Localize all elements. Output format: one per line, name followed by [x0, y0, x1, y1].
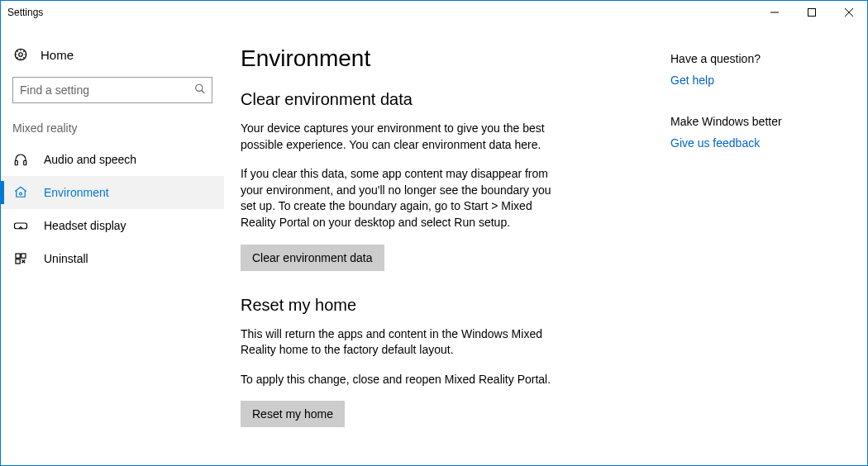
- svg-point-2: [19, 53, 23, 57]
- maximize-icon: [808, 8, 816, 17]
- environment-icon: [12, 185, 29, 200]
- svg-rect-0: [808, 9, 815, 17]
- close-button[interactable]: [830, 1, 867, 24]
- headset-icon: [12, 152, 29, 167]
- close-icon: [845, 8, 853, 17]
- search-input[interactable]: [12, 77, 212, 103]
- svg-rect-7: [15, 223, 27, 229]
- sidebar-item-label: Headset display: [44, 219, 126, 232]
- sidebar: Home Mixed reality Audio and speech Envi…: [1, 24, 224, 465]
- section-clear-environment: Clear environment data Your device captu…: [241, 90, 637, 296]
- vr-headset-icon: [12, 218, 29, 233]
- title-bar: Settings: [1, 1, 867, 24]
- home-nav[interactable]: Home: [1, 40, 224, 69]
- aside-feedback: Make Windows better Give us feedback: [670, 115, 851, 150]
- svg-rect-5: [24, 161, 26, 165]
- section-paragraph: Your device captures your environment to…: [241, 121, 555, 153]
- get-help-link[interactable]: Get help: [670, 74, 851, 87]
- minimize-icon: [770, 8, 779, 17]
- minimize-button[interactable]: [756, 1, 793, 24]
- section-paragraph: If you clear this data, some app content…: [241, 166, 555, 231]
- reset-home-button[interactable]: Reset my home: [241, 401, 345, 427]
- sidebar-item-uninstall[interactable]: Uninstall: [1, 242, 224, 275]
- sidebar-item-audio-speech[interactable]: Audio and speech: [1, 143, 224, 176]
- svg-rect-8: [16, 254, 20, 258]
- nav-list: Audio and speech Environment Headset dis…: [1, 143, 224, 275]
- section-paragraph: This will return the apps and content in…: [241, 326, 555, 359]
- section-reset-home: Reset my home This will return the apps …: [241, 296, 637, 453]
- section-paragraph: To apply this change, close and reopen M…: [241, 372, 555, 388]
- category-header: Mixed reality: [1, 118, 224, 143]
- svg-rect-10: [16, 259, 20, 264]
- svg-rect-4: [15, 161, 17, 165]
- home-label: Home: [41, 48, 74, 62]
- section-heading: Clear environment data: [241, 90, 637, 109]
- home-icon: [12, 47, 29, 62]
- content-column: Environment Clear environment data Your …: [241, 45, 637, 449]
- sidebar-item-environment[interactable]: Environment: [1, 176, 224, 209]
- search-container: [12, 77, 212, 103]
- sidebar-item-headset-display[interactable]: Headset display: [1, 209, 224, 242]
- main-content: Environment Clear environment data Your …: [224, 24, 867, 465]
- aside-heading: Make Windows better: [670, 115, 851, 128]
- svg-point-6: [20, 193, 22, 195]
- sidebar-item-label: Environment: [44, 186, 109, 199]
- give-feedback-link[interactable]: Give us feedback: [670, 136, 851, 150]
- sidebar-item-label: Uninstall: [44, 252, 88, 265]
- aside-help: Have a question? Get help: [670, 52, 851, 87]
- svg-rect-9: [21, 254, 26, 258]
- aside-heading: Have a question?: [670, 52, 851, 65]
- sidebar-item-label: Audio and speech: [44, 153, 136, 166]
- section-heading: Reset my home: [241, 296, 637, 315]
- page-title: Environment: [241, 45, 637, 72]
- clear-environment-button[interactable]: Clear environment data: [241, 245, 384, 271]
- uninstall-icon: [12, 251, 29, 266]
- window-title: Settings: [7, 7, 43, 18]
- aside-column: Have a question? Get help Make Windows b…: [670, 45, 851, 449]
- maximize-button[interactable]: [793, 1, 830, 24]
